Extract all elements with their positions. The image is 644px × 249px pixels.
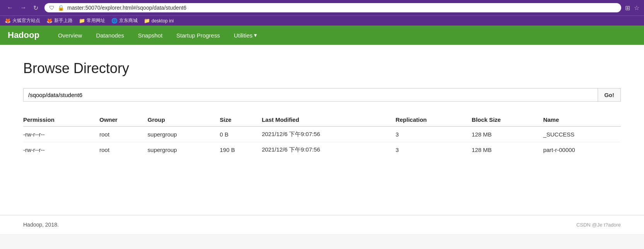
cell-size: 0 B [220, 126, 262, 142]
col-name: Name [543, 113, 621, 126]
nav-snapshot[interactable]: Snapshot [131, 26, 169, 44]
nav-utilities-label: Utilities [234, 32, 252, 39]
table-header-row: Permission Owner Group Size Last Modifie… [23, 113, 621, 126]
forward-button[interactable]: → [18, 3, 29, 12]
cell-owner: root [99, 126, 148, 142]
bookmark-common[interactable]: 📁 常用网址 [79, 17, 105, 24]
bookmark-desktop-label: desktop ini [152, 18, 174, 24]
col-group: Group [148, 113, 220, 126]
nav-datanodes[interactable]: Datanodes [89, 26, 131, 44]
bookmark-newuser-label: 新手上路 [54, 17, 73, 24]
bookmark-jd-icon: 🌐 [111, 18, 118, 24]
col-replication: Replication [395, 113, 472, 126]
bookmark-common-label: 常用网址 [87, 17, 105, 24]
cell-replication: 3 [395, 142, 472, 158]
bookmark-newuser-icon: 🦊 [46, 18, 53, 24]
hadoop-navbar: Hadoop Overview Datanodes Snapshot Start… [0, 26, 644, 45]
col-size: Size [220, 113, 262, 126]
cell-last-modified: 2021/12/6 下午9:07:56 [262, 126, 395, 142]
security-icon: 🛡 [49, 5, 55, 11]
cell-group: supergroup [148, 126, 220, 142]
browser-nav-buttons: ← → ↻ [5, 3, 41, 12]
cell-replication: 3 [395, 126, 472, 142]
bookmark-icon[interactable]: ☆ [634, 4, 639, 12]
col-permission: Permission [23, 113, 99, 126]
cell-last-modified: 2021/12/6 下午9:07:56 [262, 142, 395, 158]
cell-block-size: 128 MB [472, 126, 543, 142]
bookmark-common-icon: 📁 [79, 18, 85, 24]
bookmark-firefox-label: 火狐官方站点 [12, 17, 40, 24]
bookmark-jd-label: 京东商城 [119, 17, 138, 24]
cell-size: 190 B [220, 142, 262, 158]
table-row: -rw-r--r-- root supergroup 0 B 2021/12/6… [23, 126, 621, 142]
bookmark-newuser[interactable]: 🦊 新手上路 [46, 17, 73, 24]
cell-name[interactable]: _SUCCESS [543, 126, 621, 142]
page-content: Browse Directory Go! Permission Owner Gr… [0, 45, 644, 215]
go-button[interactable]: Go! [598, 88, 621, 102]
nav-startup-progress[interactable]: Startup Progress [169, 26, 227, 44]
bookmark-firefox[interactable]: 🦊 火狐官方站点 [5, 17, 40, 24]
bookmark-firefox-icon: 🦊 [5, 18, 11, 24]
address-bar-input[interactable] [67, 5, 617, 11]
footer-right-text: CSDN @Je t?adore [576, 222, 621, 228]
cell-name[interactable]: part-r-00000 [543, 142, 621, 158]
lock-icon: 🔒 [58, 5, 64, 11]
directory-input[interactable] [23, 88, 598, 102]
nav-utilities[interactable]: Utilities ▾ [227, 26, 264, 44]
col-last-modified: Last Modified [262, 113, 395, 126]
qr-icon[interactable]: ⊞ [625, 4, 630, 12]
address-bar-container: 🛡 🔒 [44, 3, 621, 12]
cell-owner: root [99, 142, 148, 158]
hadoop-brand: Hadoop [8, 26, 39, 45]
table-row: -rw-r--r-- root supergroup 190 B 2021/12… [23, 142, 621, 158]
col-block-size: Block Size [472, 113, 543, 126]
cell-permission: -rw-r--r-- [23, 126, 99, 142]
browser-toolbar: ← → ↻ 🛡 🔒 ⊞ ☆ [0, 0, 644, 15]
browser-chrome: ← → ↻ 🛡 🔒 ⊞ ☆ 🦊 火狐官方站点 🦊 新手上路 📁 常用网址 🌐 [0, 0, 644, 26]
cell-block-size: 128 MB [472, 142, 543, 158]
bookmark-desktop-icon: 📁 [144, 18, 150, 24]
nav-utilities-chevron-icon: ▾ [254, 32, 257, 39]
bookmark-jd[interactable]: 🌐 京东商城 [111, 17, 138, 24]
footer-left-text: Hadoop, 2018. [23, 222, 59, 228]
page-footer: Hadoop, 2018. CSDN @Je t?adore [0, 215, 644, 234]
directory-input-row: Go! [23, 88, 621, 102]
reload-button[interactable]: ↻ [31, 3, 41, 12]
col-owner: Owner [99, 113, 148, 126]
directory-table: Permission Owner Group Size Last Modifie… [23, 113, 621, 157]
bookmark-desktop[interactable]: 📁 desktop ini [144, 18, 174, 24]
back-button[interactable]: ← [5, 3, 15, 12]
cell-permission: -rw-r--r-- [23, 142, 99, 158]
bookmarks-bar: 🦊 火狐官方站点 🦊 新手上路 📁 常用网址 🌐 京东商城 📁 desktop … [0, 15, 644, 26]
browser-actions: ⊞ ☆ [625, 4, 639, 12]
cell-group: supergroup [148, 142, 220, 158]
nav-overview[interactable]: Overview [51, 26, 89, 44]
page-title: Browse Directory [23, 60, 621, 77]
